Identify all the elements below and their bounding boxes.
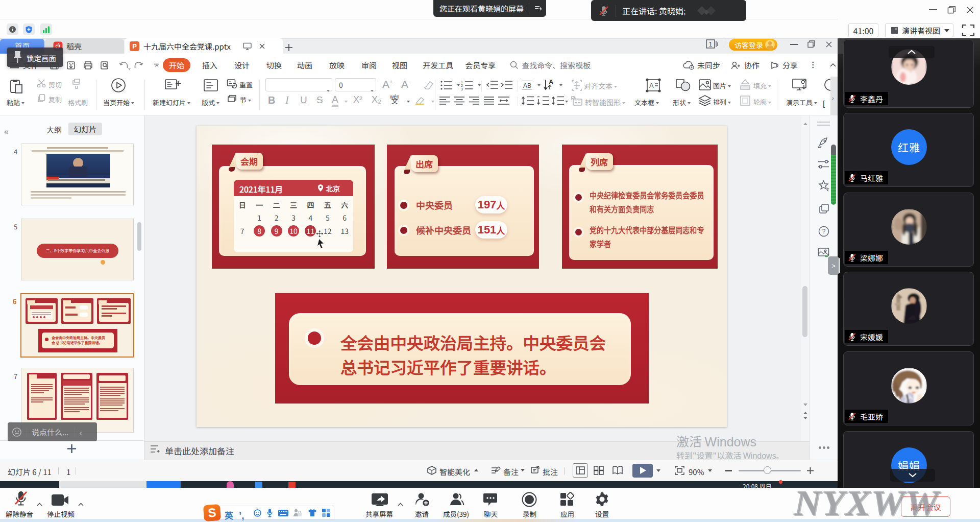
svg-text:3: 3 [461,87,463,90]
svg-text:1: 1 [709,41,713,48]
svg-text:?: ? [822,228,826,235]
svg-text:1: 1 [461,80,463,84]
svg-text:2: 2 [461,84,463,87]
svg-text:A: A [649,82,654,89]
svg-text:i: i [12,27,13,32]
svg-text:A: A [549,78,554,86]
